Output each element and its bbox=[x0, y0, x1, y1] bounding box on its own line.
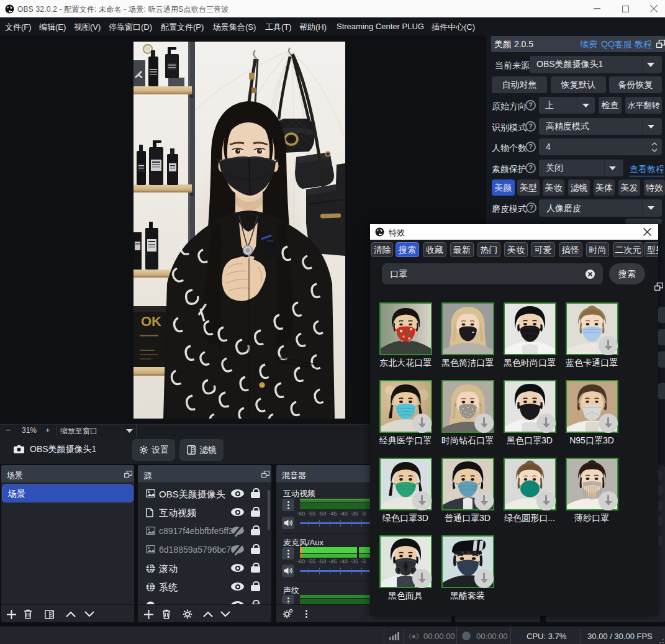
svg-text:OK: OK bbox=[141, 314, 161, 329]
